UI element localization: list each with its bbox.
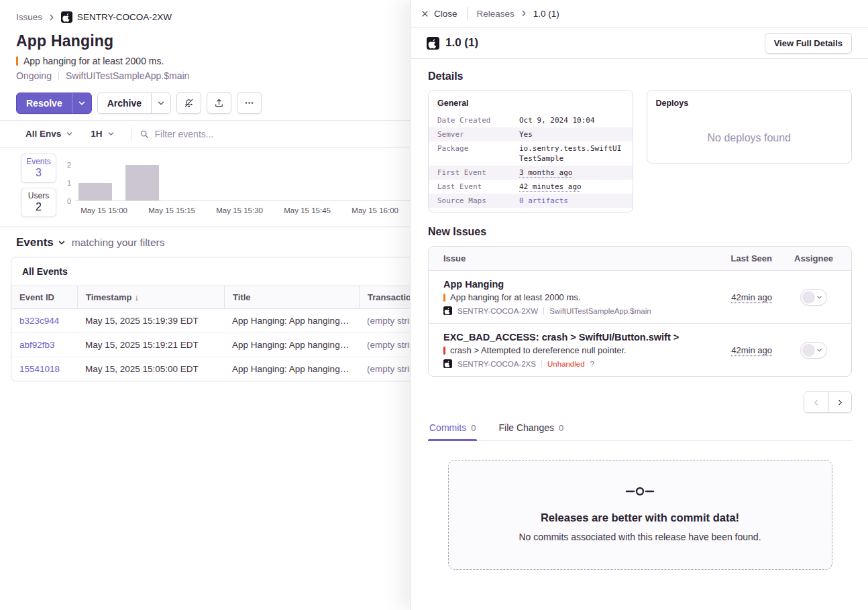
general-card-title: General: [429, 99, 633, 108]
column-header-timestamp[interactable]: Timestamp↓: [77, 286, 224, 308]
divider: [543, 307, 544, 314]
release-details-panel: Close Releases 1.0 (1) 1.0 (1) View Full…: [410, 0, 868, 610]
resolve-button[interactable]: Resolve: [17, 93, 72, 113]
issue-message: crash > Attempted to dereference null po…: [450, 345, 627, 355]
y-tick-label: 0: [67, 197, 71, 205]
deploys-card: Deploys No deploys found: [647, 90, 853, 164]
tab-file-changes[interactable]: File Changes 0: [497, 422, 565, 440]
kv-row: Last Event 42 minutes ago: [429, 180, 633, 194]
archive-split-button: Archive: [97, 93, 171, 114]
share-button[interactable]: [207, 92, 231, 114]
breadcrumb-release-version: 1.0 (1): [533, 9, 559, 19]
issue-last-seen: 42min ago: [731, 292, 772, 302]
issue-row: EXC_BAD_ACCESS: crash > SwiftUI/Button.s…: [429, 324, 851, 376]
events-section-title: Events: [16, 236, 54, 249]
assignee-dropdown[interactable]: [800, 342, 827, 359]
archive-button[interactable]: Archive: [98, 93, 151, 113]
kv-value: Oct 9, 2024 10:04: [519, 115, 624, 125]
event-id-link[interactable]: b323c944: [11, 309, 77, 332]
x-tick-label: May 15 16:00: [351, 206, 398, 215]
environment-filter-label: All Envs: [25, 129, 61, 139]
chevron-right-icon: [48, 13, 56, 21]
event-timestamp: May 15, 2025 15:19:39 EDT: [77, 309, 224, 332]
general-card: General Date Created Oct 9, 2024 10:04 S…: [428, 90, 633, 212]
tab-label: Commits: [429, 422, 466, 433]
x-tick-label: May 15 15:00: [80, 206, 127, 215]
issue-status: Ongoing: [16, 70, 52, 81]
issue-link[interactable]: EXC_BAD_ACCESS: crash > SwiftUI/Button.s…: [443, 332, 697, 343]
search-icon: [140, 129, 149, 139]
event-timestamp: May 15, 2025 15:05:00 EDT: [77, 357, 224, 381]
column-header-assignee: Assignee: [776, 247, 851, 270]
resolve-split-button: Resolve: [16, 93, 92, 114]
event-id-link[interactable]: 15541018: [11, 357, 77, 381]
events-section-subtitle: matching your filters: [72, 237, 165, 249]
breadcrumb-releases-link[interactable]: Releases: [477, 9, 514, 19]
new-issues-table: Issue Last Seen Assignee App Hanging App…: [428, 246, 852, 377]
issue-message: App hanging for at least 2000 ms.: [450, 292, 580, 302]
deploys-card-title: Deploys: [647, 99, 852, 108]
chevron-right-icon: [836, 399, 844, 406]
avatar: [802, 344, 815, 357]
event-title: App Hanging: App hanging for at least 20…: [224, 309, 359, 332]
previous-page-button[interactable]: [804, 392, 828, 412]
kv-key: Package: [437, 143, 519, 164]
event-id-link[interactable]: abf92fb3: [11, 333, 77, 357]
mute-button[interactable]: [176, 92, 201, 114]
release-title-bar: 1.0 (1) View Full Details: [411, 27, 868, 59]
kv-key: First Event: [437, 168, 519, 178]
details-heading: Details: [428, 70, 852, 82]
kv-row: Semver Yes: [429, 127, 633, 141]
breadcrumb-project-link[interactable]: SENTRY-COCOA-2XW: [61, 11, 172, 23]
y-tick-label: 2: [67, 161, 71, 169]
avatar: [802, 291, 815, 304]
resolve-dropdown-button[interactable]: [72, 93, 91, 113]
chevron-down-icon: [157, 99, 165, 107]
sort-descending-icon: ↓: [134, 292, 139, 302]
tab-commits[interactable]: Commits 0: [428, 422, 477, 440]
column-header-last-seen: Last Seen: [702, 247, 776, 270]
release-tabs: Commits 0 File Changes 0: [428, 422, 852, 441]
apple-platform-icon: [443, 306, 452, 315]
help-question-icon[interactable]: ?: [590, 360, 594, 368]
tab-label: File Changes: [498, 422, 554, 433]
apple-platform-icon: [427, 37, 439, 50]
chevron-left-icon: [812, 399, 820, 406]
time-range-filter-label: 1H: [91, 129, 102, 139]
filter-events-input[interactable]: [155, 129, 309, 139]
issue-link[interactable]: App Hanging: [443, 279, 697, 290]
source-maps-link[interactable]: 0 artifacts: [519, 196, 624, 206]
y-tick-label: 1: [67, 179, 71, 187]
close-panel-button[interactable]: Close: [421, 9, 457, 19]
breadcrumb-issues-link[interactable]: Issues: [16, 12, 42, 22]
apple-platform-icon: [443, 359, 452, 368]
kv-value: io.sentry.tests.SwiftUITestSample: [519, 143, 624, 164]
chevron-right-icon: [520, 9, 528, 17]
unhandled-tag: Unhandled: [547, 360, 585, 368]
kv-key: Date Created: [437, 115, 519, 125]
events-section-dropdown[interactable]: Events: [16, 236, 66, 249]
chart-bar: [125, 165, 160, 200]
close-icon: [421, 10, 429, 17]
archive-dropdown-button[interactable]: [151, 93, 170, 113]
divider: [131, 127, 131, 141]
chart-bar: [78, 183, 112, 201]
assignee-dropdown[interactable]: [800, 289, 827, 306]
environment-filter[interactable]: All Envs: [17, 125, 81, 143]
kv-row: First Event 3 months ago: [429, 166, 633, 180]
warning-level-indicator: [443, 294, 445, 302]
issue-project: SENTRY-COCOA-2XS: [457, 360, 536, 368]
chevron-down-icon: [816, 347, 822, 353]
timestamp-header-label: Timestamp: [86, 292, 131, 302]
time-range-filter[interactable]: 1H: [83, 125, 122, 143]
column-header-title: Title: [224, 286, 359, 308]
events-chart-plot: [75, 165, 410, 201]
next-page-button[interactable]: [828, 392, 851, 412]
search-box: [140, 129, 309, 139]
commit-icon: [625, 486, 655, 497]
apple-platform-icon: [61, 11, 72, 23]
more-actions-button[interactable]: [237, 92, 262, 114]
view-full-details-button[interactable]: View Full Details: [765, 33, 852, 54]
issue-project: SENTRY-COCOA-2XW: [457, 307, 538, 315]
release-title: 1.0 (1): [445, 36, 478, 50]
